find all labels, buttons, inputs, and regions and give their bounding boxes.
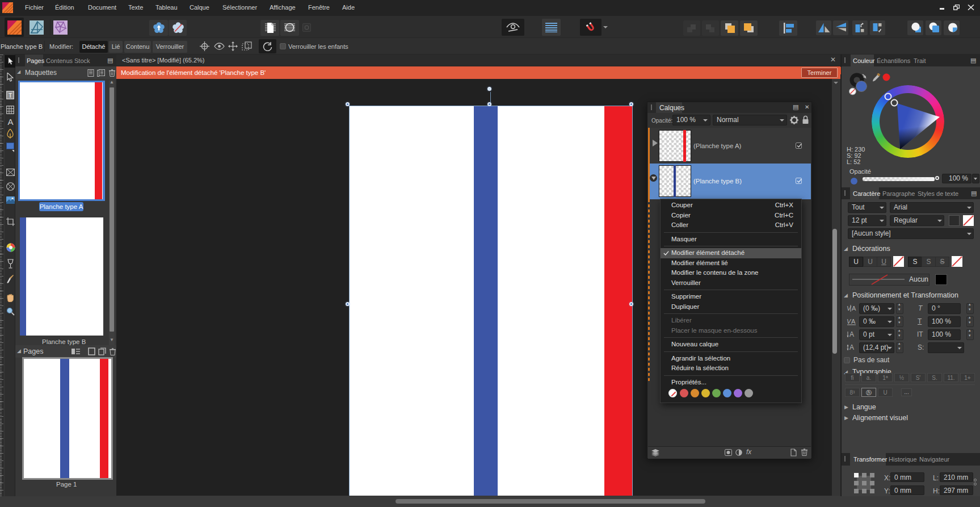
- svg-text:A: A: [852, 305, 856, 312]
- svg-text:A: A: [849, 330, 854, 338]
- svg-text:A: A: [851, 318, 856, 325]
- svg-text:T: T: [9, 92, 12, 99]
- svg-text:V: V: [847, 305, 852, 312]
- svg-text:A: A: [849, 343, 854, 351]
